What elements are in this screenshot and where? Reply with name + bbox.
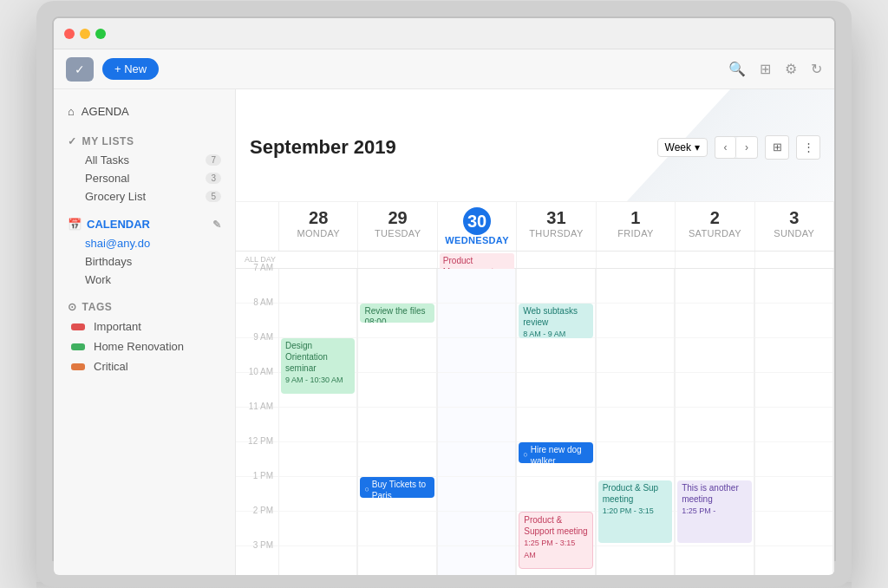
sun-8am[interactable] (755, 304, 833, 338)
maximize-button[interactable] (95, 29, 106, 39)
personal-badge: 3 (206, 173, 221, 184)
sat-12pm[interactable] (676, 442, 754, 477)
wed-10am[interactable] (438, 373, 516, 408)
prev-button[interactable]: ‹ (715, 137, 736, 158)
sidebar-item-work[interactable]: Work (54, 271, 235, 289)
sat-10am[interactable] (676, 373, 754, 408)
check-icon[interactable]: ✓ (66, 57, 94, 82)
mon-8am[interactable] (279, 304, 357, 338)
thu-12pm[interactable]: Hire new dog walker (517, 442, 595, 477)
mon-3pm[interactable] (279, 546, 357, 575)
sat-8am[interactable] (676, 304, 754, 338)
sidebar-item-personal[interactable]: Personal 3 (54, 169, 235, 187)
refresh-icon[interactable]: ↻ (811, 61, 822, 77)
sat-9am[interactable] (676, 338, 754, 373)
sat-3pm[interactable] (676, 546, 754, 575)
minimize-button[interactable] (80, 29, 90, 39)
wed-3pm[interactable] (438, 546, 516, 575)
tags-section: ⊙ TAGS Important Home Renovation Critica… (54, 294, 235, 376)
thu-11am[interactable] (517, 408, 595, 442)
mon-10am[interactable] (279, 373, 357, 408)
tue-10am[interactable] (358, 373, 436, 408)
sun-3pm[interactable] (755, 546, 833, 575)
mon-11am[interactable] (279, 408, 357, 442)
event-buy-tickets[interactable]: Buy Tickets to Paris (360, 477, 434, 498)
sun-10am[interactable] (755, 373, 833, 408)
sat-11am[interactable] (676, 408, 754, 442)
allday-row: ALL DAY Product Management Workshop @ Ac… (236, 252, 834, 269)
fri-9am[interactable] (597, 338, 675, 373)
fri-12pm[interactable] (597, 442, 675, 477)
sidebar-item-shai[interactable]: shai@any.do (54, 234, 235, 252)
thu-1pm[interactable] (517, 477, 595, 512)
sun-12pm[interactable] (755, 442, 833, 477)
mon-7am[interactable] (279, 269, 357, 304)
thu-9am[interactable] (517, 338, 595, 373)
new-button[interactable]: + New (102, 58, 159, 80)
mon-9am[interactable]: Design Orientation seminar9 AM - 10:30 A… (279, 338, 357, 373)
more-options-button[interactable]: ⋮ (796, 135, 820, 160)
event-review-files[interactable]: Review the files 08:00 (360, 304, 434, 323)
sat-7am[interactable] (676, 269, 754, 304)
fri-7am[interactable] (597, 269, 675, 304)
fri-8am[interactable] (597, 304, 675, 338)
thu-3pm[interactable] (517, 546, 595, 575)
wed-12pm[interactable] (438, 442, 516, 477)
sat-2pm[interactable] (676, 512, 754, 546)
thu-10am[interactable] (517, 373, 595, 408)
sun-7am[interactable] (755, 269, 833, 304)
wed-11am[interactable] (438, 408, 516, 442)
thu-2pm[interactable]: Product & Support meeting1:25 PM - 3:15 … (517, 512, 595, 546)
tue-3pm[interactable] (358, 546, 436, 575)
mon-2pm[interactable] (279, 512, 357, 546)
wed-1pm[interactable] (438, 477, 516, 512)
tue-8am[interactable]: Review the files 08:00 (358, 304, 436, 338)
day-headers-row: 28 Monday 29 Tuesday 30 Wednesday 31 (236, 202, 834, 252)
wed-2pm[interactable] (438, 512, 516, 546)
mon-1pm[interactable] (279, 477, 357, 512)
sidebar-item-grocery[interactable]: Grocery List 5 (54, 187, 235, 206)
fri-10am[interactable] (597, 373, 675, 408)
tue-2pm[interactable] (358, 512, 436, 546)
settings-icon[interactable]: ⚙ (785, 61, 797, 77)
tag-renovation[interactable]: Home Renovation (54, 336, 235, 356)
tag-critical[interactable]: Critical (54, 356, 235, 376)
sidebar-item-agenda[interactable]: ⌂ AGENDA (54, 100, 235, 123)
sidebar-item-birthdays[interactable]: Birthdays (54, 252, 235, 271)
tue-1pm[interactable]: Buy Tickets to Paris (358, 477, 436, 512)
fri-11am[interactable] (597, 408, 675, 442)
tue-12pm[interactable] (358, 442, 436, 477)
edit-icon[interactable]: ✎ (212, 219, 221, 231)
tue-9am[interactable] (358, 338, 436, 373)
grid-view-button[interactable]: ⊞ (765, 135, 789, 160)
sidebar-item-all-tasks[interactable]: All Tasks 7 (54, 151, 235, 169)
mon-12pm[interactable] (279, 442, 357, 477)
search-icon[interactable]: 🔍 (728, 61, 746, 77)
fri-2pm[interactable] (597, 512, 675, 546)
sun-1pm[interactable] (755, 477, 833, 512)
next-button[interactable]: › (736, 137, 757, 158)
event-web-subtasks[interactable]: Web subtasks review8 AM - 9 AM (519, 304, 592, 338)
calendar-header[interactable]: 📅 CALENDAR ✎ (54, 211, 235, 234)
fri-1pm[interactable]: Product & Sup meeting1:20 PM - 3:15 (597, 477, 675, 512)
tue-7am[interactable] (358, 269, 436, 304)
close-button[interactable] (64, 29, 75, 39)
sun-2pm[interactable] (755, 512, 833, 546)
thu-7am[interactable] (517, 269, 595, 304)
sat-1pm[interactable]: This is another meeting1:25 PM - (676, 477, 754, 512)
calendar-grid: 28 Monday 29 Tuesday 30 Wednesday 31 (236, 202, 834, 575)
wed-8am[interactable] (438, 304, 516, 338)
fri-3pm[interactable] (597, 546, 675, 575)
columns-icon[interactable]: ⊞ (760, 61, 771, 77)
thu-8am[interactable]: Web subtasks review8 AM - 9 AM (517, 304, 595, 338)
tue-11am[interactable] (358, 408, 436, 442)
event-hire-dog-walker[interactable]: Hire new dog walker (519, 442, 592, 463)
view-selector[interactable]: Week ▾ (657, 138, 708, 157)
sun-9am[interactable] (755, 338, 833, 373)
wed-7am[interactable] (438, 269, 516, 304)
wed-9am[interactable] (438, 338, 516, 373)
sun-11am[interactable] (755, 408, 833, 442)
day-col-mon: Design Orientation seminar9 AM - 10:30 A… (279, 269, 358, 575)
tag-important[interactable]: Important (54, 317, 235, 336)
day-col-thu: Web subtasks review8 AM - 9 AM Hire new … (517, 269, 596, 575)
